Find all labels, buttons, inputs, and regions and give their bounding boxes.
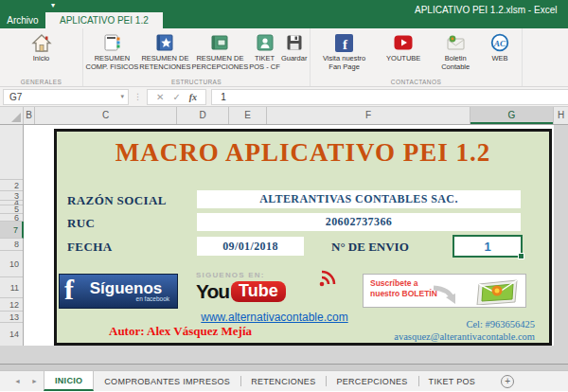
inicio-button[interactable]: Inicio	[31, 31, 52, 77]
youtube-you-text: You	[196, 280, 229, 303]
name-box-dropdown-icon[interactable]: ▾	[120, 93, 128, 100]
save-icon	[285, 31, 304, 54]
cel-number: Cel: #963656425	[394, 319, 535, 331]
svg-text:AC: AC	[493, 39, 506, 48]
youtube-button[interactable]: YOUTUBE	[386, 31, 420, 77]
insert-function-icon[interactable]: fx	[189, 92, 197, 102]
tiket-pos-button[interactable]: TIKET POS - CF	[249, 31, 280, 77]
window-title: APLICATIVO PEI 1.2.xlsm - Excel	[415, 5, 557, 15]
enter-icon[interactable]: ✓	[172, 92, 180, 102]
tiket-pos-label: TIKET POS - CF	[249, 54, 280, 72]
column-header-h[interactable]: H	[554, 107, 568, 124]
row-header-13[interactable]: 13	[0, 312, 23, 323]
author-text: Autor: Alex Vásquez Mejía	[109, 324, 252, 339]
boletin-banner[interactable]: Suscríbete a nuestro BOLETÍN	[363, 274, 526, 308]
fecha-value[interactable]: 09/01/2018	[197, 237, 304, 256]
resumen-retenciones-button[interactable]: RESUMEN DE RETENCIONES	[139, 31, 190, 77]
tabbar-top-strip	[0, 364, 568, 370]
sheet-tab-retenciones[interactable]: RETENCIONES	[240, 371, 326, 391]
formula-input[interactable]: 1	[211, 89, 568, 105]
guardar-button[interactable]: Guardar	[281, 31, 308, 77]
quick-access-toolbar-icon[interactable]: ▾	[51, 2, 55, 9]
curved-arrow-icon	[432, 284, 466, 311]
ribbon: Inicio GENERALES RESUMEN COMP. FISICOS R…	[0, 28, 568, 87]
sheet-nav-left-icon[interactable]: ◄	[14, 378, 21, 384]
group-label-estructuras: ESTRUCTURAS	[83, 79, 310, 85]
column-header-f[interactable]: F	[267, 107, 470, 124]
row-header-gap[interactable]	[0, 125, 23, 180]
row-header-14[interactable]: 14	[0, 323, 23, 346]
column-header-c[interactable]: C	[35, 107, 177, 124]
tab-aplicativo-pei[interactable]: APLICATIVO PEI 1.2	[45, 12, 163, 28]
row-header-8[interactable]: 8	[0, 239, 23, 251]
panel-title: MACRO APLICATIVO PEI 1.2	[57, 138, 549, 168]
email-address[interactable]: avasquez@alterantivacontable.com	[394, 331, 535, 344]
column-header-d[interactable]: D	[177, 107, 229, 124]
name-box-value: G7	[9, 92, 22, 102]
row-header-6[interactable]: 6	[0, 214, 23, 222]
worksheet-canvas[interactable]: MACRO APLICATIVO PEI 1.2 RAZÓN SOCIAL AL…	[24, 125, 568, 346]
resumen-percepciones-button[interactable]: RESUMEN DE PERCEPCIONES	[192, 31, 249, 77]
boletin-contable-button[interactable]: Boletin Contable	[441, 31, 470, 77]
razon-social-value[interactable]: ALTERANTIVAS CONTABLES SAC.	[197, 190, 521, 208]
below-grid-area	[0, 346, 568, 364]
facebook-banner[interactable]: f Síguenos en facebook	[59, 274, 178, 309]
resumen-comp-fisicos-label: RESUMEN COMP. FISICOS	[86, 54, 139, 72]
inicio-label: Inicio	[33, 54, 50, 62]
sheet-body: 2 3 4 5 6 7 8 10 11 12 13 14 MACRO APLIC…	[0, 125, 568, 346]
row-headers: 2 3 4 5 6 7 8 10 11 12 13 14	[0, 125, 24, 346]
out-of-range-area	[554, 125, 568, 346]
title-bar: ▾ APLICATIVO PEI 1.2.xlsm - Excel Archiv…	[0, 0, 568, 28]
column-header-g-selected[interactable]: G	[470, 107, 554, 124]
row-header-7-selected[interactable]: 7	[0, 222, 24, 239]
macro-panel: MACRO APLICATIVO PEI 1.2 RAZÓN SOCIAL AL…	[54, 129, 552, 346]
facebook-fanpage-label: Visita nuestro Fan Page	[323, 54, 365, 72]
ribbon-group-generales: Inicio GENERALES	[0, 28, 83, 86]
boletin-contable-label: Boletin Contable	[441, 54, 470, 72]
youtube-banner[interactable]: SIGUENOS EN: You Tube	[196, 271, 336, 311]
column-headers: B C D E F G H	[0, 107, 568, 125]
website-link[interactable]: www.alternativacontable.com	[189, 311, 360, 324]
row-header-3[interactable]: 3	[0, 191, 23, 201]
tab-archivo[interactable]: Archivo	[0, 12, 45, 28]
guardar-label: Guardar	[281, 54, 308, 62]
web-icon: AC	[490, 31, 509, 54]
facebook-icon: f	[335, 31, 353, 54]
column-header-b[interactable]: B	[24, 107, 35, 124]
new-sheet-button[interactable]: +	[501, 375, 514, 388]
select-all-corner[interactable]	[0, 107, 24, 124]
newsletter-envelope-icon	[476, 277, 520, 309]
row-header-12[interactable]: 12	[0, 298, 23, 312]
ribbon-group-contactanos: f Visita nuestro Fan Page YOUTUBE Boleti…	[311, 28, 523, 86]
row-header-5[interactable]: 5	[0, 205, 23, 214]
sheet-tab-comprobantes-impresos[interactable]: COMPROBANTES IMPRESOS	[94, 371, 240, 391]
envio-value-selected-cell[interactable]: 1	[453, 235, 523, 258]
signal-waves-icon	[317, 268, 342, 293]
sheet-tab-tiket-pos[interactable]: TIKET POS	[418, 371, 487, 391]
youtube-logo: You Tube	[196, 280, 336, 303]
sheet-tab-percepciones[interactable]: PERCEPCIONES	[326, 371, 417, 391]
contact-info: Cel: #963656425 avasquez@alterantivacont…	[394, 319, 535, 343]
row-header-10[interactable]: 10	[0, 251, 23, 277]
ruc-label: RUC	[67, 216, 95, 231]
resumen-comp-fisicos-button[interactable]: RESUMEN COMP. FISICOS	[86, 31, 139, 77]
formula-bar-separator: ⋮	[129, 92, 147, 101]
envio-label: N° DE ENVIO	[331, 240, 409, 255]
home-icon	[31, 31, 52, 54]
web-button[interactable]: AC WEB	[490, 31, 509, 77]
cancel-icon[interactable]: ✕	[156, 92, 164, 102]
row-header-2[interactable]: 2	[0, 180, 23, 191]
name-box[interactable]: G7 ▾	[3, 89, 129, 105]
contact-card-icon	[256, 31, 275, 54]
ruc-value[interactable]: 20602737366	[197, 213, 521, 231]
sheet-nav-right-icon[interactable]: ►	[31, 378, 38, 384]
youtube-tube-text: Tube	[231, 281, 286, 302]
row-header-11[interactable]: 11	[0, 277, 23, 298]
web-label: WEB	[492, 54, 508, 62]
facebook-banner-text: Síguenos en facebook	[75, 280, 177, 302]
suscribete-text: Suscríbete a nuestro BOLETÍN	[370, 278, 437, 299]
sheet-tab-inicio[interactable]: INICIO	[44, 371, 94, 391]
sheet-tab-bar: ◄ ► INICIO COMPROBANTES IMPRESOS RETENCI…	[0, 370, 568, 391]
facebook-fanpage-button[interactable]: f Visita nuestro Fan Page	[323, 31, 365, 77]
column-header-e[interactable]: E	[229, 107, 267, 124]
